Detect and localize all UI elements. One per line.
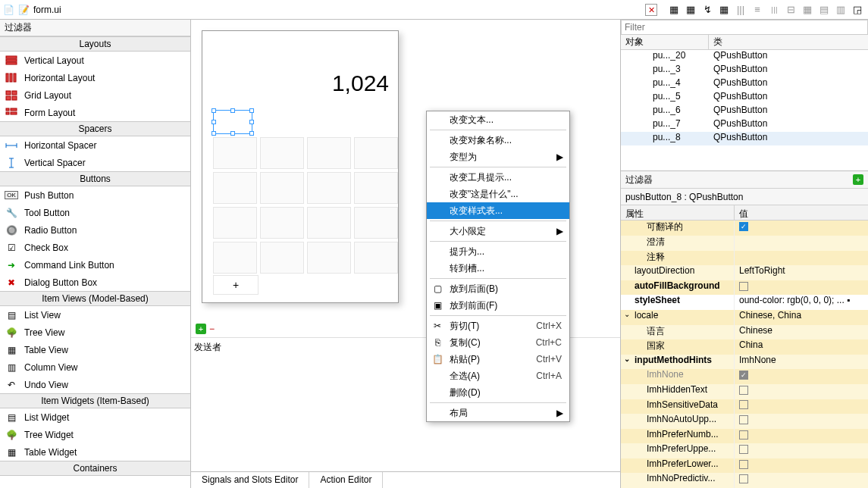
prop-imhprefernumb[interactable]: ImhPreferNumb... <box>621 429 868 444</box>
checkbox-icon[interactable] <box>739 282 748 291</box>
prop-inputmethodhints[interactable]: inputMethodHintsImhNone <box>621 355 868 370</box>
grid-cell[interactable] <box>260 137 304 169</box>
widget-undo-view[interactable]: ↶Undo View <box>0 376 190 393</box>
widget-command-link-button[interactable]: ➜Command Link Button <box>0 256 190 274</box>
prop-imhsensitivedata[interactable]: ImhSensitiveData <box>621 399 868 414</box>
object-row[interactable]: pu..._20QPushButton <box>621 50 868 64</box>
widget-box-filter[interactable]: 过滤器 <box>0 20 190 36</box>
grid-cell[interactable] <box>213 242 257 274</box>
adjust-size-icon[interactable]: ◲ <box>850 2 865 17</box>
ctx-copy[interactable]: ⎘复制(C)Ctrl+C <box>427 334 569 351</box>
tab-close-button[interactable]: ✕ <box>645 4 657 16</box>
checkbox-icon[interactable] <box>739 415 748 424</box>
prop-col-value[interactable]: 值 <box>735 205 753 220</box>
edit-buddies-icon[interactable]: ↯ <box>700 2 715 17</box>
grid-cell[interactable] <box>260 242 304 274</box>
ctx-change-obj-name[interactable]: 改变对象名称... <box>427 132 569 149</box>
layout-h-icon[interactable]: ||| <box>733 2 748 17</box>
tab-action-editor[interactable]: Action Editor <box>309 472 383 488</box>
prop-translatable[interactable]: 可翻译的✓ <box>621 221 868 236</box>
checkbox-icon[interactable] <box>739 430 748 440</box>
prop-locale[interactable]: localeChinese, China <box>621 310 868 325</box>
add-signal-icon[interactable]: + <box>196 324 206 334</box>
grid-cell[interactable] <box>307 207 351 239</box>
widget-vertical-layout[interactable]: Vertical Layout <box>0 52 190 69</box>
object-filter-input[interactable] <box>621 20 868 35</box>
grid-cell[interactable] <box>354 172 398 204</box>
section-item-widgets[interactable]: Item Widgets (Item-Based) <box>0 393 190 408</box>
edit-tab-order-icon[interactable]: ▦ <box>716 2 732 17</box>
widget-list-view[interactable]: ▤List View <box>0 306 190 324</box>
grid-cell[interactable] <box>213 172 257 204</box>
checkbox-icon[interactable] <box>739 400 748 409</box>
prop-imhhiddentext[interactable]: ImhHiddenText <box>621 384 868 399</box>
widget-radio-button[interactable]: 🔘Radio Button <box>0 221 190 239</box>
prop-imhpreferuppe[interactable]: ImhPreferUppe... <box>621 443 868 458</box>
prop-imhnone[interactable]: ImhNone✓ <box>621 369 868 384</box>
widget-table-widget[interactable]: ▦Table Widget <box>0 443 190 461</box>
widget-vertical-spacer[interactable]: Vertical Spacer <box>0 154 190 171</box>
edit-widgets-icon[interactable]: ▦ <box>666 2 682 17</box>
widget-horizontal-spacer[interactable]: Horizontal Spacer <box>0 136 190 154</box>
prop-country[interactable]: 国家China <box>621 339 868 355</box>
checkbox-icon[interactable]: ✓ <box>739 222 748 231</box>
class-col-header[interactable]: 类 <box>709 35 868 49</box>
widget-column-view[interactable]: ▥Column View <box>0 358 190 376</box>
widget-horizontal-layout[interactable]: Horizontal Layout <box>0 69 190 86</box>
form-canvas[interactable]: 1,024 + <box>202 30 399 303</box>
ctx-layout[interactable]: 布局▶ <box>427 405 569 421</box>
break-layout-icon[interactable]: ▥ <box>833 2 848 17</box>
property-filter-label[interactable]: 过滤器 <box>625 174 653 186</box>
ctx-delete[interactable]: 删除(D) <box>427 384 569 401</box>
prop-imhnoautoupp[interactable]: ImhNoAutoUpp... <box>621 414 868 429</box>
checkbox-icon[interactable] <box>739 445 748 454</box>
prop-imhpreferlower[interactable]: ImhPreferLower... <box>621 458 868 474</box>
grid-cell[interactable] <box>213 137 257 169</box>
grid-cell[interactable] <box>213 207 257 239</box>
remove-signal-icon[interactable]: − <box>209 324 215 334</box>
ctx-change-whatsthis[interactable]: 改变"这是什么"... <box>427 186 569 202</box>
prop-language[interactable]: 语言Chinese <box>621 325 868 340</box>
ctx-go-to-slot[interactable]: 转到槽... <box>427 260 569 277</box>
ctx-select-all[interactable]: 全选(A)Ctrl+A <box>427 368 569 384</box>
object-row[interactable]: pu..._7QPushButton <box>621 118 868 132</box>
widget-list-widget[interactable]: ▤List Widget <box>0 408 190 426</box>
section-buttons[interactable]: Buttons <box>0 171 190 186</box>
prop-imhnopredictiv[interactable]: ImhNoPredictiv... <box>621 473 868 488</box>
grid-cell[interactable] <box>354 242 398 274</box>
widget-check-box[interactable]: ☑Check Box <box>0 239 190 256</box>
section-containers[interactable]: Containers <box>0 461 190 476</box>
checkbox-icon[interactable] <box>739 460 748 469</box>
prop-stylesheet[interactable]: styleSheetound-color: rgb(0, 0, 0); ... … <box>621 295 868 310</box>
widget-dialog-button-box[interactable]: ✖Dialog Button Box <box>0 274 190 291</box>
section-item-views[interactable]: Item Views (Model-Based) <box>0 291 190 306</box>
prop-disambiguation[interactable]: 澄清 <box>621 236 868 251</box>
object-row[interactable]: pu..._6QPushButton <box>621 105 868 118</box>
checkbox-icon[interactable] <box>739 386 748 395</box>
edit-signals-icon[interactable]: ▦ <box>683 2 698 17</box>
add-button[interactable]: + <box>213 275 259 295</box>
checkbox-icon[interactable] <box>739 474 748 483</box>
checkbox-icon[interactable]: ✓ <box>739 371 748 380</box>
grid-cell[interactable] <box>307 172 351 204</box>
layout-form-icon[interactable]: ▤ <box>816 2 832 17</box>
ctx-send-to-back[interactable]: ▢放到后面(B) <box>427 280 569 297</box>
ctx-bring-to-front[interactable]: ▣放到前面(F) <box>427 297 569 314</box>
object-row-selected[interactable]: pu..._8QPushButton <box>621 132 868 145</box>
tab-filename[interactable]: form.ui <box>33 5 61 15</box>
layout-hs-icon[interactable]: ⫼ <box>766 2 782 17</box>
ctx-change-stylesheet[interactable]: 改变样式表... <box>427 202 569 219</box>
ctx-cut[interactable]: ✂剪切(T)Ctrl+X <box>427 318 569 334</box>
layout-grid-icon[interactable]: ▦ <box>800 2 815 17</box>
ctx-promote-to[interactable]: 提升为... <box>427 243 569 260</box>
ctx-paste[interactable]: 📋粘贴(P)Ctrl+V <box>427 351 569 368</box>
grid-cell[interactable] <box>307 137 351 169</box>
section-spacers[interactable]: Spacers <box>0 121 190 136</box>
grid-cell[interactable] <box>260 207 304 239</box>
object-row[interactable]: pu..._5QPushButton <box>621 91 868 105</box>
grid-cell[interactable] <box>354 137 398 169</box>
grid-cell[interactable] <box>307 242 351 274</box>
ctx-change-tooltip[interactable]: 改变工具提示... <box>427 169 569 186</box>
widget-tree-widget[interactable]: 🌳Tree Widget <box>0 426 190 443</box>
grid-cell[interactable] <box>260 172 304 204</box>
